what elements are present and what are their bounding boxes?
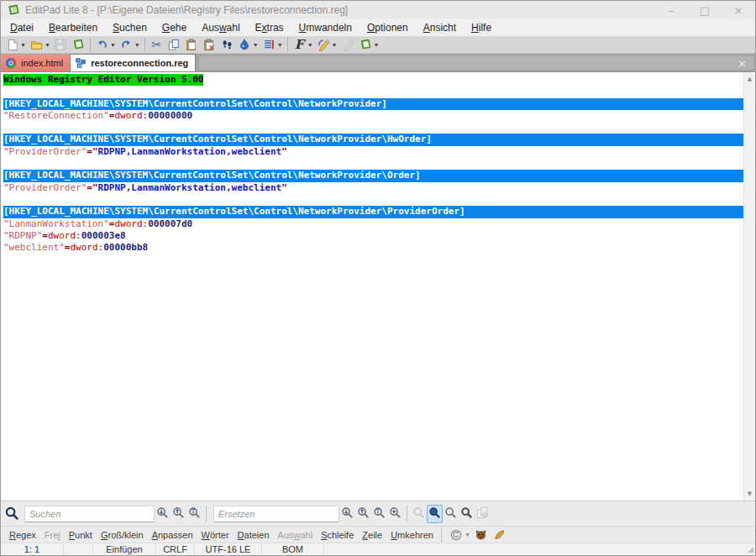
- ink-drop-icon: [238, 38, 252, 51]
- vertical-scrollbar[interactable]: ▲ ▼: [743, 72, 755, 501]
- paste-special-button[interactable]: [201, 37, 218, 53]
- dropdown-arrow-icon[interactable]: ▼: [465, 532, 470, 538]
- find-next-button[interactable]: [155, 505, 171, 523]
- option-umkehren[interactable]: Umkehren: [386, 530, 438, 540]
- menu-bearbeiten[interactable]: Bearbeiten: [41, 20, 105, 35]
- menu-ansicht[interactable]: Ansicht: [416, 20, 464, 35]
- dropdown-arrow-icon[interactable]: ▼: [307, 42, 313, 48]
- menu-umwandeln[interactable]: Umwandeln: [291, 20, 360, 35]
- clipboard-icon: [185, 38, 199, 51]
- open-file-button[interactable]: ▼: [28, 37, 52, 53]
- replace-input[interactable]: [213, 506, 339, 522]
- search-action-2-button[interactable]: [427, 505, 443, 523]
- menu-optionen[interactable]: Optionen: [360, 20, 416, 35]
- help-button[interactable]: ▼: [357, 37, 381, 53]
- dropdown-arrow-icon[interactable]: ▼: [110, 42, 116, 48]
- option-auswahl[interactable]: Auswahl: [274, 530, 318, 540]
- spell-check-button[interactable]: ▼: [315, 37, 339, 53]
- option-groklein[interactable]: Groß/klein: [97, 530, 148, 540]
- blank-line: [3, 122, 743, 134]
- tab-restoreconnection.reg[interactable]: restoreconnection.reg: [71, 54, 196, 71]
- tab-bar: index.htmlrestoreconnection.reg×: [1, 54, 755, 71]
- replace-previous-button[interactable]: [355, 505, 371, 523]
- search-history-button[interactable]: ▼: [449, 528, 470, 542]
- title-bar: EditPad Lite 8 - [P:\Eigene Dateien\Regi…: [1, 1, 755, 19]
- status-byte-order-mark: BOM: [262, 543, 324, 555]
- text-editor[interactable]: Windows Registry Editor Version 5.00[HKE…: [1, 72, 743, 501]
- dropdown-arrow-icon[interactable]: ▼: [134, 42, 140, 48]
- option-regex[interactable]: Regex: [5, 530, 40, 540]
- toolbar-separator: [90, 38, 91, 51]
- redo-button[interactable]: ▼: [118, 37, 142, 53]
- find-input[interactable]: [24, 506, 155, 522]
- find-buttons: [155, 505, 202, 523]
- option-punkt[interactable]: Punkt: [65, 530, 97, 540]
- powergrep-button[interactable]: [474, 528, 489, 542]
- menu-hilfe[interactable]: Hilfe: [464, 20, 499, 35]
- find-previous-button[interactable]: [171, 505, 186, 523]
- paste-button[interactable]: [183, 37, 201, 53]
- save-all-button[interactable]: [70, 37, 87, 53]
- dropdown-arrow-icon[interactable]: ▼: [20, 42, 26, 48]
- find-first-button[interactable]: [186, 505, 202, 523]
- clipboard-x-icon: [202, 38, 217, 51]
- tab-strip: ×: [199, 56, 753, 70]
- close-tab-icon[interactable]: ×: [731, 57, 753, 70]
- dropdown-arrow-icon[interactable]: ▼: [374, 42, 380, 48]
- search-action-4-button[interactable]: [459, 505, 475, 523]
- replace-all-button[interactable]: [387, 505, 403, 523]
- blank-line: [3, 86, 743, 97]
- scroll-down-icon[interactable]: ▼: [748, 487, 752, 501]
- search-action-3-button[interactable]: [443, 505, 459, 523]
- scroll-up-icon[interactable]: ▲: [748, 72, 752, 86]
- menu-extras[interactable]: Extras: [248, 20, 291, 35]
- menu-datei[interactable]: Datei: [3, 20, 41, 35]
- green-book-icon: [359, 38, 373, 51]
- pencil-refresh-icon: [317, 38, 331, 51]
- browse-history-button[interactable]: [218, 37, 236, 53]
- minimize-button[interactable]: –: [654, 1, 688, 19]
- registry-key-line: [HKEY_LOCAL_MACHINE\SYSTEM\CurrentContro…: [3, 134, 743, 145]
- separator: [441, 527, 442, 543]
- dropdown-arrow-icon[interactable]: ▼: [45, 42, 50, 48]
- cat-icon: [474, 528, 489, 542]
- option-schleife[interactable]: Schleife: [317, 530, 358, 540]
- option-frei[interactable]: Frei: [40, 530, 65, 540]
- status-selection-info: [64, 543, 93, 555]
- dropdown-arrow-icon[interactable]: ▼: [253, 42, 259, 48]
- editor-line: "ProviderOrder"="RDPNP,LanmanWorkstation…: [3, 146, 743, 158]
- tab-index.html[interactable]: index.html: [1, 55, 71, 71]
- copy-button[interactable]: [165, 37, 183, 53]
- dropdown-arrow-icon[interactable]: ▼: [277, 42, 283, 48]
- regex-tool-button[interactable]: [492, 528, 507, 542]
- option-dateien[interactable]: Dateien: [234, 530, 274, 540]
- dropdown-arrow-icon[interactable]: ▼: [332, 42, 338, 48]
- replace-next-button[interactable]: [339, 505, 355, 523]
- edit-disabled-button: [339, 37, 357, 53]
- folder-icon: [29, 38, 44, 51]
- undo-button[interactable]: ▼: [93, 37, 118, 53]
- menu-bar: DateiBearbeitenSuchenGeheAuswahlExtrasUm…: [1, 19, 755, 36]
- magnifier-all-icon: [389, 506, 402, 522]
- option-zeile[interactable]: Zeile: [358, 530, 386, 540]
- blank-line: [3, 194, 743, 206]
- close-button[interactable]: ×: [722, 1, 755, 19]
- new-file-button[interactable]: ▼: [3, 37, 28, 53]
- green-book-icon: [71, 38, 86, 51]
- menu-auswahl[interactable]: Auswahl: [194, 20, 247, 35]
- resize-grip-icon[interactable]: ◢: [748, 545, 755, 553]
- menu-gehe[interactable]: Gehe: [155, 20, 194, 35]
- floppy-icon: [54, 38, 68, 51]
- goto-line-button[interactable]: ▼: [260, 37, 285, 53]
- font-button[interactable]: F▼: [291, 37, 315, 53]
- option-wrter[interactable]: Wörter: [197, 530, 234, 540]
- highlight-button[interactable]: ▼: [236, 37, 260, 53]
- replace-first-button[interactable]: [371, 505, 387, 523]
- cut-button[interactable]: ✂: [148, 37, 165, 53]
- menu-suchen[interactable]: Suchen: [105, 20, 155, 35]
- editor-line: Windows Registry Editor Version 5.00: [3, 74, 743, 86]
- option-anpassen[interactable]: Anpassen: [148, 530, 197, 540]
- window-title: EditPad Lite 8 - [P:\Eigene Dateien\Regi…: [25, 4, 654, 16]
- tab-label: index.html: [21, 58, 63, 68]
- maximize-button[interactable]: □: [688, 1, 722, 19]
